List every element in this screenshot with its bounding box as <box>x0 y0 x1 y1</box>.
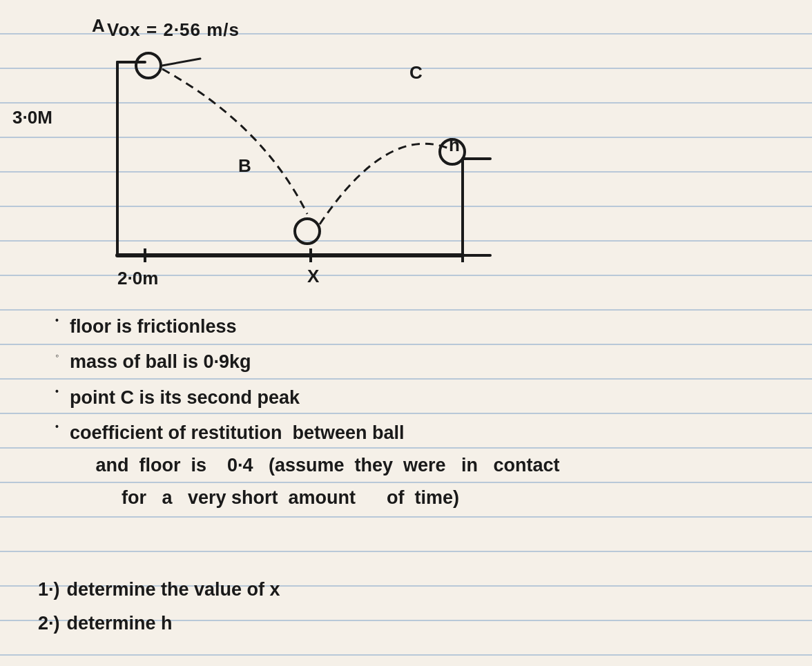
h-label: h <box>449 135 460 156</box>
questions-area: 1·) determine the value of x 2·) determi… <box>38 573 521 640</box>
x-label: X <box>307 266 319 287</box>
bullets-area: • floor is frictionless ◦ mass of ball i… <box>55 311 787 518</box>
physics-diagram <box>55 21 552 297</box>
question-1-text: determine the value of x <box>67 573 280 607</box>
bullet-text-3: point C is its second peak <box>70 382 787 414</box>
question-2-text: determine h <box>67 607 173 640</box>
bullet-4: • coefficient of restitution between bal… <box>55 417 787 515</box>
bullet-symbol-3: • <box>55 383 59 400</box>
svg-point-10 <box>136 53 161 78</box>
question-1: 1·) determine the value of x <box>38 573 521 607</box>
height-label: 3·0M <box>12 107 52 128</box>
page-content: A Vox = 2·56 m/s 3·0M 2·0m X h C B • flo… <box>0 0 812 666</box>
bullet-text-2: mass of ball is 0·9kg <box>70 346 787 378</box>
bullet-symbol-2: ◦ <box>55 347 59 364</box>
question-1-num: 1·) <box>38 573 60 607</box>
question-2-num: 2·) <box>38 607 60 640</box>
bullet-1: • floor is frictionless <box>55 311 787 343</box>
bullet-2: ◦ mass of ball is 0·9kg <box>55 346 787 378</box>
bullet-symbol-1: • <box>55 312 59 329</box>
point-c-label: C <box>409 62 423 84</box>
bullet-3: • point C is its second peak <box>55 382 787 414</box>
question-2: 2·) determine h <box>38 607 521 640</box>
bullet-text-1: floor is frictionless <box>70 311 787 343</box>
point-a-label: A <box>92 15 105 37</box>
svg-point-11 <box>295 219 320 244</box>
point-b-label: B <box>238 155 251 177</box>
vox-label: Vox = 2·56 m/s <box>107 19 240 41</box>
svg-line-13 <box>162 59 200 66</box>
bullet-symbol-4: • <box>55 418 59 435</box>
bullet-text-4: coefficient of restitution between ball … <box>70 417 746 515</box>
width-label: 2·0m <box>117 268 158 289</box>
